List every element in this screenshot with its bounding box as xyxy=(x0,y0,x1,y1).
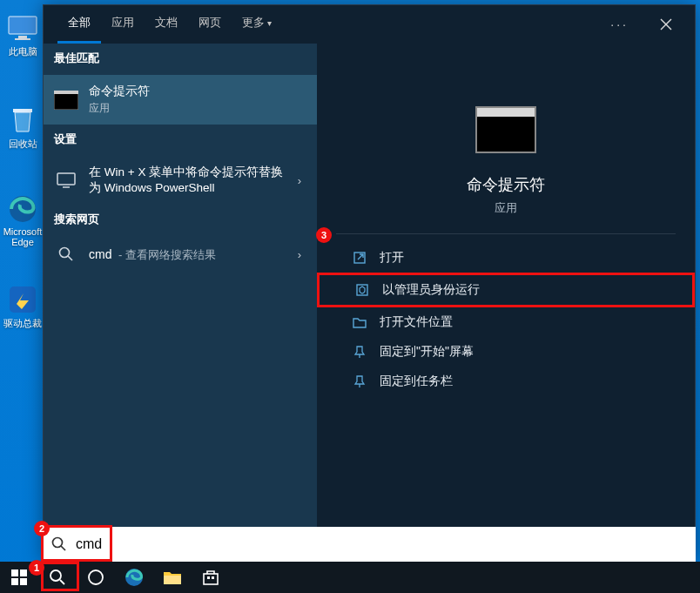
edge-icon xyxy=(7,193,38,225)
web-query: cmd xyxy=(89,247,111,261)
driver-tool-icon xyxy=(7,284,38,315)
search-input[interactable] xyxy=(76,536,687,552)
tab-documents[interactable]: 文档 xyxy=(145,4,188,44)
computer-icon xyxy=(7,12,38,44)
results-column: 最佳匹配 命令提示符 应用 设置 在 Win + X 菜单中将命令提示符替换为 … xyxy=(44,44,317,561)
monitor-icon xyxy=(54,171,78,190)
svg-rect-18 xyxy=(11,578,18,585)
svg-point-20 xyxy=(50,570,61,581)
svg-point-22 xyxy=(89,570,103,584)
svg-rect-0 xyxy=(9,17,37,34)
search-icon xyxy=(54,245,78,264)
chevron-right-icon: › xyxy=(298,248,306,261)
svg-rect-27 xyxy=(212,576,214,579)
taskbar xyxy=(0,562,700,593)
desktop-icon-label: 驱动总裁 xyxy=(3,317,42,330)
action-label: 固定到"开始"屏幕 xyxy=(380,344,474,360)
cmd-icon xyxy=(54,91,78,110)
pin-icon xyxy=(352,344,367,360)
result-web-cmd[interactable]: cmd - 查看网络搜索结果 › xyxy=(44,236,317,273)
result-cmd[interactable]: 命令提示符 应用 xyxy=(44,75,317,125)
taskbar-explorer[interactable] xyxy=(153,562,192,593)
svg-rect-19 xyxy=(20,578,27,585)
svg-rect-1 xyxy=(18,36,27,38)
preview-column: 命令提示符 应用 打开 以管理员身份运行 xyxy=(317,44,695,561)
best-match-header: 最佳匹配 xyxy=(44,44,317,75)
action-open[interactable]: 打开 xyxy=(317,243,695,273)
taskbar-edge[interactable] xyxy=(115,562,153,593)
desktop-icon-label: 回收站 xyxy=(9,138,37,151)
svg-rect-24 xyxy=(164,576,181,584)
preview-subtitle: 应用 xyxy=(495,200,517,216)
pin-icon xyxy=(352,374,367,389)
desktop-icon-label: 此电脑 xyxy=(9,45,37,58)
action-pin-to-taskbar[interactable]: 固定到任务栏 xyxy=(317,367,695,396)
more-options-button[interactable]: ··· xyxy=(605,12,634,37)
svg-rect-5 xyxy=(10,286,36,313)
svg-point-10 xyxy=(60,248,70,258)
svg-rect-25 xyxy=(204,574,218,584)
tab-all[interactable]: 全部 xyxy=(57,4,101,44)
search-tabs: 全部 应用 文档 网页 更多▾ ··· xyxy=(44,5,695,44)
cmd-large-icon xyxy=(475,106,536,153)
result-setting-winx[interactable]: 在 Win + X 菜单中将命令提示符替换为 Windows PowerShel… xyxy=(44,156,317,205)
chevron-right-icon: › xyxy=(298,174,306,187)
desktop-icon-this-pc[interactable]: 此电脑 xyxy=(3,12,42,58)
tab-more[interactable]: 更多▾ xyxy=(232,4,282,44)
preview-title: 命令提示符 xyxy=(467,174,545,195)
action-open-file-location[interactable]: 打开文件位置 xyxy=(317,307,695,337)
result-subtitle: 应用 xyxy=(89,101,306,116)
action-label: 固定到任务栏 xyxy=(380,374,453,389)
desktop-icon-edge[interactable]: Microsoft Edge xyxy=(3,193,42,247)
svg-rect-16 xyxy=(11,569,18,576)
action-pin-to-start[interactable]: 固定到"开始"屏幕 xyxy=(317,337,695,367)
search-input-bar[interactable] xyxy=(43,527,696,562)
annotation-badge-3: 3 xyxy=(316,227,332,243)
tab-apps[interactable]: 应用 xyxy=(101,4,145,44)
open-icon xyxy=(352,250,367,266)
recycle-bin-icon xyxy=(7,104,38,136)
shield-run-icon xyxy=(354,282,370,298)
action-run-as-admin[interactable]: 以管理员身份运行 xyxy=(317,273,695,307)
desktop-icon-driver[interactable]: 驱动总裁 xyxy=(3,284,42,330)
result-title: 命令提示符 xyxy=(89,84,306,99)
svg-rect-8 xyxy=(57,173,75,185)
taskbar-taskview-button[interactable] xyxy=(77,562,115,593)
search-web-header: 搜索网页 xyxy=(44,205,317,236)
taskbar-store[interactable] xyxy=(192,562,230,593)
annotation-badge-2: 2 xyxy=(34,521,50,536)
svg-line-21 xyxy=(60,580,64,584)
tab-more-label: 更多 xyxy=(242,16,265,29)
folder-icon xyxy=(352,314,367,330)
action-label: 打开文件位置 xyxy=(380,314,453,330)
search-panel: 全部 应用 文档 网页 更多▾ ··· 最佳匹配 命令提示符 应用 xyxy=(43,4,696,562)
chevron-down-icon: ▾ xyxy=(267,18,272,28)
desktop-icon-label: Microsoft Edge xyxy=(3,226,43,247)
svg-rect-26 xyxy=(207,576,210,579)
annotation-badge-1: 1 xyxy=(29,560,44,576)
desktop-icon-recycle-bin[interactable]: 回收站 xyxy=(3,104,42,151)
result-title: 在 Win + X 菜单中将命令提示符替换为 Windows PowerShel… xyxy=(89,165,287,196)
svg-line-11 xyxy=(68,256,72,260)
svg-rect-17 xyxy=(20,569,27,576)
svg-rect-2 xyxy=(15,38,30,40)
svg-rect-7 xyxy=(54,91,78,94)
preview-actions: 打开 以管理员身份运行 打开文件位置 xyxy=(317,234,695,396)
search-icon xyxy=(51,536,69,552)
svg-line-15 xyxy=(61,546,65,550)
web-suffix: - 查看网络搜索结果 xyxy=(115,248,216,261)
action-label: 以管理员身份运行 xyxy=(382,282,480,298)
tab-web[interactable]: 网页 xyxy=(188,4,232,44)
svg-point-14 xyxy=(53,538,63,548)
action-label: 打开 xyxy=(380,250,404,266)
close-button[interactable] xyxy=(651,13,681,36)
svg-rect-3 xyxy=(13,109,32,112)
settings-header: 设置 xyxy=(44,125,317,156)
